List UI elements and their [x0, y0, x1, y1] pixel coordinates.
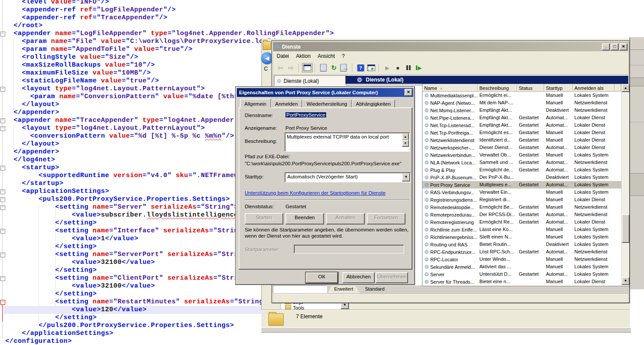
table-row[interactable]: ⚙NAP-Agent (Netwo...Mit dem NAP-...Manue…	[422, 99, 621, 107]
startoptions-help-link[interactable]: Unterstützung beim Konfigurieren der Sta…	[245, 190, 386, 196]
table-row[interactable]: ⚙RAS-Verbindungsv...Verwaltet Ein...Manu…	[422, 189, 621, 196]
restart-service-icon[interactable]: ▶	[414, 63, 423, 72]
table-row[interactable]: ⚙Remoteprozedurau...Der RPCSS-Di...Gesta…	[422, 211, 621, 218]
table-row[interactable]: ⚙Net.Tcp-Listenerad...Empfängt Akt...Ges…	[422, 121, 621, 129]
table-row[interactable]: ⚙Net.Msmq-Listener...Empfängt Akt...Deak…	[422, 107, 621, 114]
table-row[interactable]: ⚙RemoteregistrierungErmöglicht Re...Gest…	[422, 218, 621, 226]
code-line[interactable]: <value>1</value>	[5, 235, 138, 243]
pause-service-icon[interactable]	[404, 63, 413, 72]
fold-toggle-icon[interactable]: −	[0, 276, 5, 281]
properties-icon[interactable]	[319, 63, 328, 72]
starten-button[interactable]: Starten	[245, 213, 283, 224]
table-row[interactable]: ⚙Multimediaklassenpl...Ermöglicht ei...M…	[422, 92, 621, 99]
table-row[interactable]: ⚙Remotedesktopdie...Ermöglicht Be...Gest…	[422, 203, 621, 211]
code-line[interactable]: <layout type="log4net.Layout.PatternLayo…	[5, 85, 205, 93]
table-row[interactable]: ⚙Netzwerkspeicher-...Dieser Dienst...Ges…	[422, 144, 621, 151]
view-tab-erweitert[interactable]: Erweitert	[327, 286, 360, 293]
back-arrow-icon[interactable]: ⇦	[276, 63, 285, 72]
table-row[interactable]: ⚙Plug & PlayErmöglicht de...GestartetAut…	[422, 166, 621, 174]
table-row[interactable]: ⚙RPC-LocatorUnter Windo...ManuellNetzwer…	[422, 256, 621, 263]
ok-button[interactable]: OK	[306, 272, 338, 283]
code-line[interactable]: <layout type="log4net.Layout.PatternLayo…	[5, 124, 205, 132]
code-line[interactable]: </root>	[5, 22, 43, 30]
export-list-icon[interactable]: →	[340, 63, 349, 72]
table-row[interactable]: ⚙NLA (Network Loca...Sammelt und ...Gest…	[422, 159, 621, 166]
scroll-up-icon[interactable]: ▲	[402, 133, 409, 140]
code-line[interactable]: <appender-ref ref="LogFileAppender"/>	[5, 6, 176, 14]
fold-toggle-icon[interactable]: −	[0, 300, 5, 305]
abbrechen-button[interactable]: Abbrechen	[342, 272, 375, 283]
beenden-button[interactable]: Beenden	[285, 213, 324, 224]
close-icon[interactable]: ✕	[405, 89, 412, 96]
code-line[interactable]: <appender name="LogFileAppender" type="l…	[5, 30, 334, 38]
starttyp-combobox[interactable]: Automatisch (Verzögerter Start) ▼	[285, 172, 411, 182]
action-pane-icon[interactable]: ▶	[366, 63, 376, 72]
table-row[interactable]: ⚙Port Proxy ServiceMultiplexes e...Gesta…	[422, 181, 621, 189]
table-row[interactable]: ⚙NetzwerklistendienstIdentifiziert d...G…	[422, 136, 621, 144]
code-line[interactable]: </layout>	[5, 101, 60, 109]
column-header-Status[interactable]: Status	[517, 84, 544, 92]
table-row[interactable]: ⚙Net.Pipe-Listenera...Empfängt Akt...Ges…	[422, 114, 621, 121]
code-line[interactable]: </setting>	[5, 314, 97, 322]
tab-wiederherstellung[interactable]: Wiederherstellung	[302, 100, 352, 108]
table-row[interactable]: ⚙ServerUnterstützt D...GestartetAutomat.…	[422, 270, 621, 278]
code-line[interactable]: <maxSizeRollBackups value="10"/>	[5, 61, 155, 69]
code-line[interactable]: </puls200.PortProxyService.Properties.Se…	[5, 322, 234, 330]
code-line[interactable]: </log4net>	[5, 156, 55, 164]
chevron-down-icon[interactable]: ▼	[402, 173, 410, 181]
table-row[interactable]: ⚙PnP-X-IP-Busenum...Der PnP-X-Bu...Deakt…	[422, 174, 621, 181]
fold-toggle-icon[interactable]: −	[0, 229, 5, 234]
code-line[interactable]: <setting name="Server" serializeAs="Stri…	[5, 203, 238, 211]
fold-toggle-icon[interactable]: −	[0, 197, 5, 202]
column-header-Beschreibung[interactable]: Beschreibung	[478, 84, 517, 92]
code-line[interactable]: </setting>	[5, 243, 97, 251]
address-bar-text[interactable]: C	[264, 66, 268, 72]
table-row[interactable]: ⚙Sekundäre Anmeld...Aktiviert das ...Man…	[422, 263, 621, 270]
table-row[interactable]: ⚙Richtlinie zum Entfe...Lässt eine Ko...…	[422, 226, 621, 233]
tab-anmelden[interactable]: Anmelden	[271, 100, 303, 108]
code-line[interactable]: </setting>	[5, 267, 97, 274]
fold-toggle-icon[interactable]: −	[0, 126, 5, 131]
code-line[interactable]: <conversionPattern value="%d [%t] %-5p %…	[5, 132, 234, 140]
column-header-Name[interactable]: Name▲	[422, 84, 478, 92]
fold-toggle-icon[interactable]: −	[0, 32, 5, 36]
scrollbar-thumb[interactable]	[622, 214, 630, 243]
filter-input[interactable]	[273, 285, 327, 293]
code-line[interactable]: <maximumFileSize value="10MB"/>	[5, 69, 151, 77]
code-line[interactable]: <staticLogFileName value="true"/>	[5, 77, 159, 85]
fortsetzen-button[interactable]: Fortsetzen	[367, 213, 405, 224]
code-line[interactable]: <startup>	[5, 164, 60, 172]
column-header-Starttyp[interactable]: Starttyp	[544, 84, 573, 92]
code-line[interactable]: </appender>	[5, 109, 60, 117]
start-service-icon[interactable]: ▶	[383, 63, 392, 72]
dienstname-value[interactable]: PortProxyService	[285, 112, 326, 117]
vertical-scrollbar[interactable]: ▲ ▼	[621, 84, 629, 285]
menu-item-hilfe[interactable]: ?	[338, 52, 348, 60]
table-row[interactable]: ⚙Net.Tcp-Portfreiga...Ermöglicht es...Ge…	[422, 129, 621, 136]
column-header-Anmelden als[interactable]: Anmelden als	[573, 84, 615, 92]
code-line[interactable]: <value>120</value>	[4, 306, 263, 314]
close-icon[interactable]: ✕	[619, 43, 627, 50]
beschreibung-field[interactable]: Multiplexes external TCP/IP data on loca…	[285, 132, 410, 152]
code-line[interactable]: </setting>	[5, 290, 97, 298]
code-line[interactable]: </layout>	[5, 140, 60, 148]
view-tab-standard[interactable]: Standard	[361, 286, 389, 293]
menu-item-aktion[interactable]: Aktion	[292, 52, 314, 60]
code-line[interactable]: <setting name="Interface" serializeAs="S…	[5, 227, 251, 235]
code-line[interactable]: </startup>	[5, 180, 63, 188]
tab-allgemein[interactable]: Allgemein	[240, 99, 271, 108]
code-line[interactable]: <applicationSettings>	[5, 188, 109, 196]
code-line[interactable]: </configuration>	[5, 338, 72, 345]
refresh-icon[interactable]: ↻	[329, 63, 338, 72]
scroll-down-icon[interactable]: ▼	[622, 277, 630, 285]
table-row[interactable]: ⚙Netzwerkverbindun...Verwaltet Ob...Gest…	[422, 151, 621, 159]
stop-service-icon[interactable]: ■	[393, 63, 402, 72]
table-row[interactable]: ⚙Richtlinienergebniss...Stellt einen N..…	[422, 233, 621, 241]
column-header-filler[interactable]	[615, 84, 621, 92]
fold-toggle-icon[interactable]: −	[0, 87, 5, 92]
code-line[interactable]: <param name="File" value="C:\work\logs\P…	[5, 38, 280, 46]
fold-toggle-icon[interactable]: −	[0, 253, 5, 257]
table-row[interactable]: ⚙RPC-Endpunktzuor...Löst RPC-Sch...Gesta…	[422, 248, 621, 256]
code-line[interactable]: <param name="AppendToFile" value="true"/…	[5, 46, 193, 53]
services-titlebar[interactable]: ⚙ Dienste _ □ ✕	[273, 42, 628, 51]
